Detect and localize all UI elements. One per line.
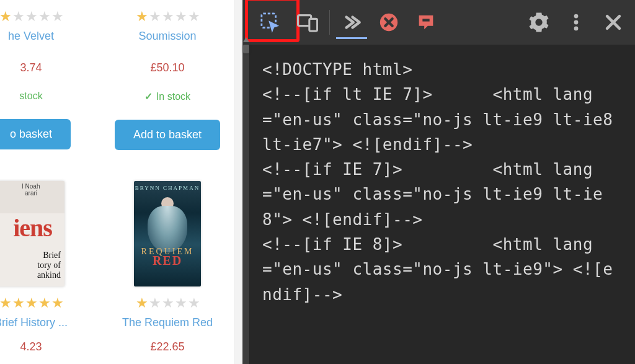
product-title-link[interactable]: The Requiem Red — [122, 316, 213, 329]
star-icon: ★ — [38, 295, 50, 311]
product-price: £50.10 — [150, 61, 184, 74]
add-to-basket-button[interactable]: Add to basket — [115, 120, 220, 150]
star-icon: ★ — [162, 9, 174, 25]
svg-point-7 — [574, 27, 579, 31]
add-to-basket-button[interactable]: o basket — [0, 119, 71, 149]
html-source[interactable]: <!DOCTYPE html> <!--[if lt IE 7]> <html … — [250, 45, 635, 364]
star-icon: ★ — [188, 295, 200, 311]
rating-stars: ★ ★ ★ ★ ★ — [136, 9, 200, 25]
product-thumb-link[interactable]: BRYNN CHAPMAN REQUIEM RED — [134, 181, 201, 286]
star-icon: ★ — [0, 9, 11, 25]
toolbar-separator — [329, 10, 330, 35]
product-card: BRYNN CHAPMAN REQUIEM RED ★ ★ ★ ★ ★ The … — [109, 150, 226, 353]
product-thumb-link[interactable]: l Noaharari iens Brief tory of ankind — [0, 181, 64, 286]
star-icon: ★ — [149, 9, 161, 25]
devtools-toolbar — [242, 0, 635, 45]
product-title-link[interactable]: Soumission — [138, 30, 196, 43]
active-tab-underline — [336, 37, 367, 39]
star-icon: ★ — [51, 9, 63, 25]
star-icon: ★ — [38, 9, 50, 25]
stock-indicator: stock — [19, 91, 42, 102]
stock-text: In stock — [156, 91, 190, 102]
svg-rect-4 — [422, 19, 429, 21]
product-title-link[interactable]: Brief History ... — [0, 316, 68, 329]
errors-indicator[interactable] — [373, 7, 404, 38]
inspect-button[interactable] — [255, 7, 286, 38]
book-cover: l Noaharari iens Brief tory of ankind — [0, 181, 64, 286]
product-card: l Noaharari iens Brief tory of ankind ★ … — [0, 150, 90, 353]
kebab-menu-button[interactable] — [561, 7, 592, 38]
check-icon: ✓ — [144, 91, 153, 102]
book-cover: BRYNN CHAPMAN REQUIEM RED — [134, 181, 201, 286]
product-card: ★ ★ ★ ★ ★ he Velvet 3.74 stock o basket — [0, 0, 90, 150]
star-icon: ★ — [51, 295, 63, 311]
star-icon: ★ — [0, 295, 11, 311]
svg-point-5 — [574, 14, 579, 19]
svg-rect-2 — [309, 19, 318, 31]
device-toggle-button[interactable] — [292, 7, 323, 38]
issues-indicator[interactable] — [411, 7, 442, 38]
webpage-pane: ★ ★ ★ ★ ★ he Velvet 3.74 stock o basket … — [0, 0, 234, 364]
star-icon: ★ — [25, 9, 37, 25]
product-grid: ★ ★ ★ ★ ★ he Velvet 3.74 stock o basket … — [0, 0, 234, 353]
rating-stars: ★ ★ ★ ★ ★ — [136, 295, 200, 311]
rating-stars: ★ ★ ★ ★ ★ — [0, 9, 63, 25]
code-scrollbar[interactable] — [242, 45, 250, 364]
rating-stars: ★ ★ ★ ★ ★ — [0, 295, 63, 311]
close-devtools-button[interactable] — [598, 7, 629, 38]
star-icon: ★ — [12, 9, 24, 25]
product-card: ★ ★ ★ ★ ★ Soumission £50.10 ✓ In stock A… — [109, 0, 226, 150]
devtools-pane: <!DOCTYPE html> <!--[if lt IE 7]> <html … — [242, 0, 635, 364]
stock-text: stock — [19, 91, 42, 102]
more-tabs-button[interactable] — [336, 7, 367, 38]
star-icon: ★ — [12, 295, 24, 311]
star-icon: ★ — [25, 295, 37, 311]
star-icon: ★ — [162, 295, 174, 311]
star-icon: ★ — [175, 9, 187, 25]
product-price: £22.65 — [150, 340, 184, 353]
star-icon: ★ — [188, 9, 200, 25]
star-icon: ★ — [136, 9, 148, 25]
svg-point-6 — [574, 20, 579, 25]
star-icon: ★ — [175, 295, 187, 311]
stock-indicator: ✓ In stock — [144, 91, 190, 102]
product-title-link[interactable]: he Velvet — [8, 30, 54, 43]
elements-panel[interactable]: <!DOCTYPE html> <!--[if lt IE 7]> <html … — [242, 45, 635, 364]
pane-splitter[interactable] — [234, 0, 242, 364]
star-icon: ★ — [149, 295, 161, 311]
settings-button[interactable] — [523, 7, 554, 38]
product-price: 3.74 — [20, 61, 42, 74]
star-icon: ★ — [136, 295, 148, 311]
product-price: 4.23 — [20, 340, 42, 353]
